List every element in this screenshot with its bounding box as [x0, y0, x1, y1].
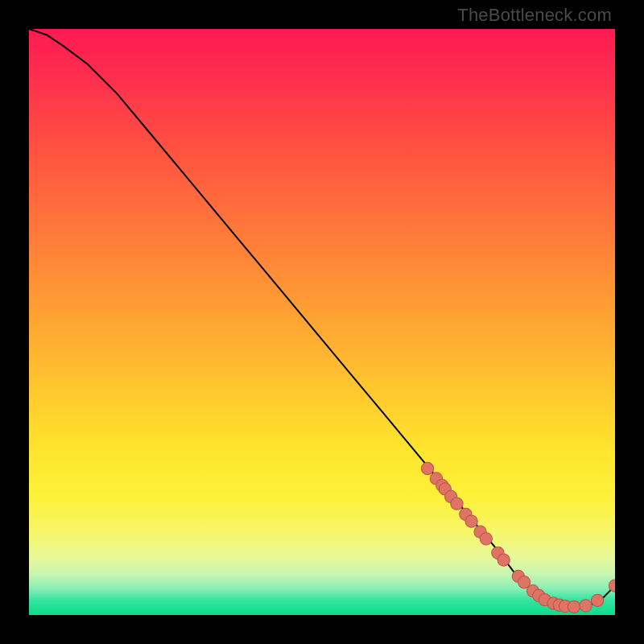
data-point [465, 515, 477, 527]
data-point [480, 533, 492, 545]
watermark-text: TheBottleneck.com [457, 5, 612, 26]
bottleneck-curve [29, 29, 615, 607]
data-point [568, 601, 580, 613]
data-point [421, 462, 433, 474]
chart-container: TheBottleneck.com [0, 0, 644, 644]
chart-svg [29, 29, 615, 615]
data-point [451, 497, 463, 510]
data-point [592, 594, 604, 606]
data-point [580, 600, 592, 612]
plot-area [29, 29, 615, 615]
data-point [497, 554, 510, 566]
